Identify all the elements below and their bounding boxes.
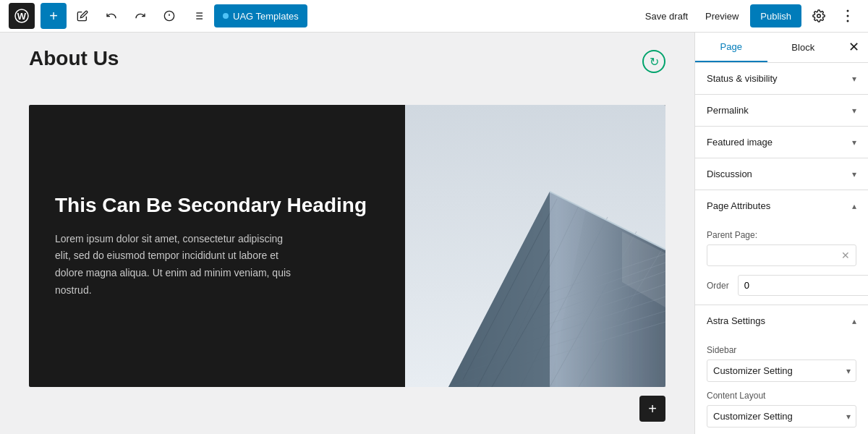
permalink-header[interactable]: Permalink ▾ — [695, 95, 868, 126]
editor-canvas: About Us ↻ This Can Be Secondary Heading… — [0, 33, 694, 434]
content-image — [405, 105, 665, 387]
tab-block[interactable]: Block — [767, 33, 840, 62]
svg-point-14 — [847, 20, 849, 22]
content-body: Lorem ipsum dolor sit amet, consectetur … — [55, 231, 301, 299]
page-attributes-section: Page Attributes ▴ Parent Page: ✕ Order — [695, 190, 868, 305]
uag-dot — [223, 13, 229, 19]
featured-chevron-icon: ▾ — [852, 137, 856, 148]
svg-point-12 — [847, 10, 849, 12]
page-attributes-chevron-icon: ▴ — [852, 201, 856, 211]
permalink-label: Permalink — [707, 105, 749, 116]
sidebar-tabs: Page Block ✕ — [695, 33, 868, 63]
page-title: About Us — [29, 47, 119, 70]
parent-page-label: Parent Page: — [707, 230, 856, 240]
order-input[interactable] — [738, 275, 868, 296]
content-text: This Can Be Secondary Heading Lorem ipsu… — [29, 105, 405, 387]
page-attributes-label: Page Attributes — [707, 200, 770, 211]
toolbar: W + UAG Templates Save draft — [0, 0, 868, 33]
svg-point-11 — [817, 14, 821, 18]
toolbar-left: W + UAG Templates — [9, 3, 307, 29]
sidebar-select-wrap: Customizer Setting Left Sidebar Right Si… — [707, 359, 856, 382]
status-visibility-header[interactable]: Status & visibility ▾ — [695, 63, 868, 94]
hero-block[interactable]: This Can Be Secondary Heading Lorem ipsu… — [29, 105, 665, 387]
svg-point-13 — [847, 15, 849, 17]
parent-page-group: Parent Page: ✕ — [707, 230, 856, 266]
parent-page-input-wrapper: ✕ — [707, 244, 856, 266]
add-block-button-bottom[interactable]: + — [639, 396, 665, 422]
status-visibility-section: Status & visibility ▾ — [695, 63, 868, 95]
wp-logo[interactable]: W — [9, 3, 35, 29]
info-button[interactable] — [156, 3, 182, 29]
redo-button[interactable] — [127, 3, 153, 29]
order-row: Order — [707, 275, 856, 296]
main-area: About Us ↻ This Can Be Secondary Heading… — [0, 33, 868, 434]
list-view-button[interactable] — [185, 3, 211, 29]
discussion-label: Discussion — [707, 169, 752, 179]
undo-button[interactable] — [98, 3, 124, 29]
add-block-button[interactable]: + — [41, 3, 67, 29]
uag-templates-label: UAG Templates — [233, 11, 299, 22]
sidebar-setting-label: Sidebar — [707, 345, 856, 355]
featured-image-label: Featured image — [707, 137, 773, 148]
publish-button[interactable]: Publish — [750, 4, 801, 27]
astra-chevron-icon: ▴ — [852, 316, 856, 326]
permalink-section: Permalink ▾ — [695, 95, 868, 127]
astra-settings-label: Astra Settings — [707, 315, 765, 326]
content-heading: This Can Be Secondary Heading — [55, 192, 379, 218]
permalink-chevron-icon: ▾ — [852, 106, 856, 116]
status-chevron-icon: ▾ — [852, 74, 856, 84]
page-attributes-header[interactable]: Page Attributes ▴ — [695, 190, 868, 221]
astra-settings-section: Astra Settings ▴ Sidebar Customizer Sett… — [695, 305, 868, 434]
discussion-section: Discussion ▾ — [695, 158, 868, 190]
edit-button[interactable] — [69, 3, 95, 29]
sync-indicator: ↻ — [642, 50, 665, 73]
parent-page-clear-icon[interactable]: ✕ — [841, 250, 850, 261]
discussion-chevron-icon: ▾ — [852, 169, 856, 179]
content-layout-select[interactable]: Customizer Setting Full Width / Containe… — [707, 405, 856, 427]
featured-image-section: Featured image ▾ — [695, 127, 868, 158]
discussion-header[interactable]: Discussion ▾ — [695, 158, 868, 190]
content-layout-select-wrap: Customizer Setting Full Width / Containe… — [707, 405, 856, 427]
settings-sidebar: Page Block ✕ Status & visibility ▾ Perma… — [694, 33, 868, 434]
astra-settings-header[interactable]: Astra Settings ▴ — [695, 305, 868, 336]
preview-button[interactable]: Preview — [699, 4, 744, 27]
tab-page[interactable]: Page — [695, 33, 767, 62]
sidebar-select[interactable]: Customizer Setting Left Sidebar Right Si… — [707, 359, 856, 382]
svg-text:W: W — [17, 11, 27, 22]
order-label: Order — [707, 281, 729, 291]
add-block-area: + — [29, 396, 665, 422]
more-options-button[interactable] — [836, 4, 859, 27]
astra-settings-body: Sidebar Customizer Setting Left Sidebar … — [695, 336, 868, 434]
settings-button[interactable] — [807, 4, 830, 27]
toolbar-right: Save draft Preview Publish — [639, 4, 859, 27]
parent-page-input[interactable] — [713, 250, 841, 261]
featured-image-header[interactable]: Featured image ▾ — [695, 127, 868, 158]
status-visibility-label: Status & visibility — [707, 73, 778, 84]
save-draft-button[interactable]: Save draft — [639, 4, 694, 27]
page-attributes-body: Parent Page: ✕ Order — [695, 221, 868, 305]
sidebar-close-button[interactable]: ✕ — [839, 33, 868, 61]
uag-templates-button[interactable]: UAG Templates — [214, 4, 307, 27]
content-layout-label: Content Layout — [707, 391, 856, 401]
